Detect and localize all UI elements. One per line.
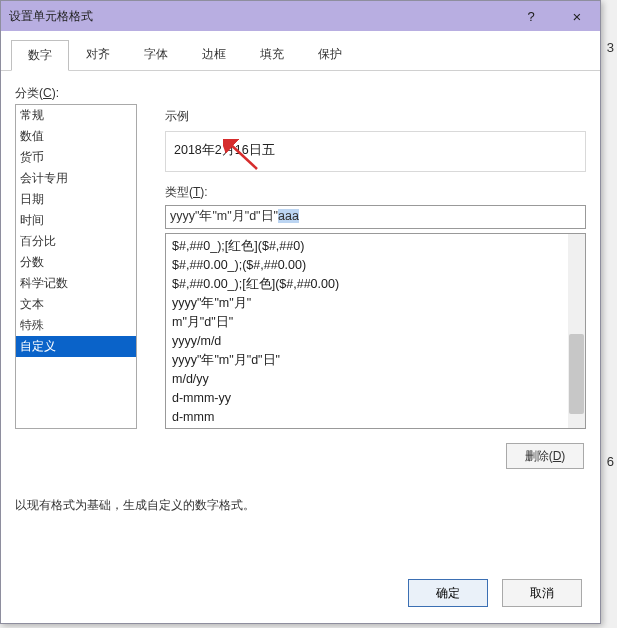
list-item[interactable]: yyyy"年"m"月" xyxy=(172,294,579,313)
list-item[interactable]: m"月"d"日" xyxy=(172,313,579,332)
tab-font[interactable]: 字体 xyxy=(127,39,185,70)
list-item[interactable]: 分数 xyxy=(16,252,136,273)
scrollbar-thumb[interactable] xyxy=(569,334,584,414)
list-item[interactable]: $#,##0.00_);($#,##0.00) xyxy=(172,256,579,275)
help-text: 以现有格式为基础，生成自定义的数字格式。 xyxy=(15,497,586,514)
format-listbox[interactable]: $#,##0_);[红色]($#,##0) $#,##0.00_);($#,##… xyxy=(165,233,586,429)
example-value: 2018年2月16日五 xyxy=(174,143,275,157)
tab-border[interactable]: 边框 xyxy=(185,39,243,70)
list-item[interactable]: 时间 xyxy=(16,210,136,231)
list-item[interactable]: 科学记数 xyxy=(16,273,136,294)
list-item[interactable]: 货币 xyxy=(16,147,136,168)
category-label: 分类(C): xyxy=(15,85,586,102)
list-item[interactable]: 百分比 xyxy=(16,231,136,252)
list-item[interactable]: 会计专用 xyxy=(16,168,136,189)
list-item[interactable]: mmm-yy xyxy=(172,427,579,429)
list-item[interactable]: d-mmm-yy xyxy=(172,389,579,408)
titlebar: 设置单元格格式 ? × xyxy=(1,1,600,31)
list-item[interactable]: yyyy"年"m"月"d"日" xyxy=(172,351,579,370)
list-item[interactable]: yyyy/m/d xyxy=(172,332,579,351)
tabstrip: 数字 对齐 字体 边框 填充 保护 xyxy=(1,31,600,71)
tab-number[interactable]: 数字 xyxy=(11,40,69,71)
list-item[interactable]: d-mmm xyxy=(172,408,579,427)
tab-alignment[interactable]: 对齐 xyxy=(69,39,127,70)
edge-char: 3 xyxy=(607,40,614,55)
example-box: 2018年2月16日五 xyxy=(165,131,586,172)
dialog-title: 设置单元格格式 xyxy=(1,8,508,25)
format-cells-dialog: 设置单元格格式 ? × 数字 对齐 字体 边框 填充 保护 分类(C): 常规 … xyxy=(0,0,601,624)
type-label: 类型(T): xyxy=(165,184,586,201)
ok-button[interactable]: 确定 xyxy=(408,579,488,607)
list-item[interactable]: 常规 xyxy=(16,105,136,126)
list-item[interactable]: $#,##0.00_);[红色]($#,##0.00) xyxy=(172,275,579,294)
close-button[interactable]: × xyxy=(554,1,600,31)
tab-fill[interactable]: 填充 xyxy=(243,39,301,70)
category-listbox[interactable]: 常规 数值 货币 会计专用 日期 时间 百分比 分数 科学记数 文本 特殊 自定… xyxy=(15,104,137,429)
help-button[interactable]: ? xyxy=(508,1,554,31)
type-input[interactable]: yyyy"年"m"月"d"日"aaa xyxy=(165,205,586,229)
edge-char: 6 xyxy=(607,454,614,469)
list-item[interactable]: $#,##0_);[红色]($#,##0) xyxy=(172,237,579,256)
list-item[interactable]: m/d/yy xyxy=(172,370,579,389)
delete-button[interactable]: 删除(D) xyxy=(506,443,584,469)
list-item[interactable]: 特殊 xyxy=(16,315,136,336)
tab-protection[interactable]: 保护 xyxy=(301,39,359,70)
list-item[interactable]: 日期 xyxy=(16,189,136,210)
list-item[interactable]: 数值 xyxy=(16,126,136,147)
cancel-button[interactable]: 取消 xyxy=(502,579,582,607)
example-label: 示例 xyxy=(165,108,586,125)
list-item[interactable]: 文本 xyxy=(16,294,136,315)
scrollbar[interactable] xyxy=(568,234,585,428)
list-item-selected[interactable]: 自定义 xyxy=(16,336,136,357)
